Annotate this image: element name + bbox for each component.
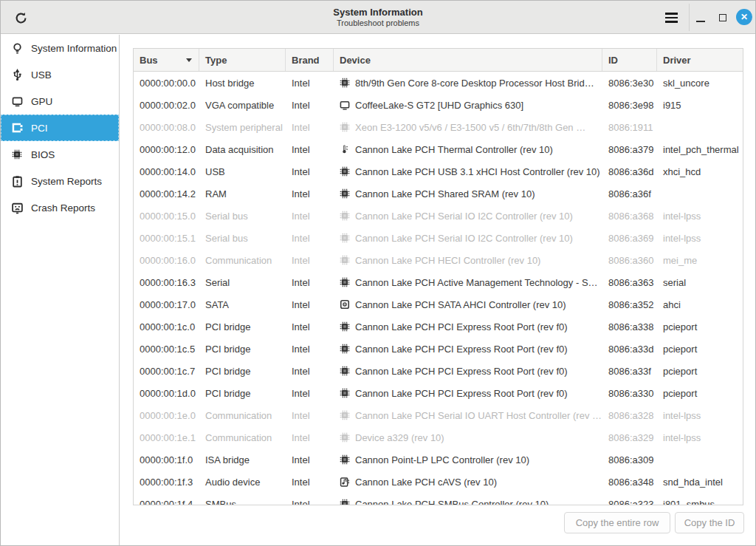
sidebar-item-label: BIOS [31,149,55,160]
cell-driver: ahci [657,299,743,310]
copy-entire-row-button[interactable]: Copy the entire row [564,512,670,533]
sidebar-item-pci[interactable]: PCI [1,115,119,141]
cell-bus: 0000:00:15.0 [134,211,199,222]
cell-driver: intel-lpss [657,233,743,244]
table-row[interactable]: 0000:00:00.0Host bridgeIntel8th/9th Gen … [134,72,743,94]
close-button[interactable]: ✕ [736,9,752,25]
cell-type: Serial bus [199,233,286,244]
chip-icon [340,255,350,265]
column-header-bus[interactable]: Bus [134,49,199,71]
column-header-device[interactable]: Device [334,49,602,71]
cell-device: Cannon Lake PCH Serial IO UART Host Cont… [334,410,602,421]
sidebar-item-usb[interactable]: USB [1,61,119,88]
cell-bus: 0000:00:12.0 [134,144,199,155]
table-row[interactable]: 0000:00:1f.4SMBusIntelCannon Lake PCH SM… [134,493,743,505]
maximize-button[interactable] [716,7,731,28]
device-name: Cannon Lake PCH HECI Controller (rev 10) [355,255,540,266]
cell-driver: snd_hda_intel [657,477,743,488]
cell-device: Cannon Lake PCH PCI Express Root Port (r… [334,344,602,355]
cell-brand: Intel [286,122,334,133]
device-name: Cannon Point-LP LPC Controller (rev 10) [355,454,529,465]
copy-id-button[interactable]: Copy the ID [675,512,744,533]
sidebar-item-gpu[interactable]: GPU [1,88,119,115]
sidebar-item-system-information[interactable]: System Information [1,35,119,61]
cell-id: 8086:1911 [602,122,657,133]
column-header-brand[interactable]: Brand [286,49,334,71]
sidebar-item-label: PCI [31,123,48,134]
cell-bus: 0000:00:1e.1 [134,432,199,443]
chip-icon [340,211,350,221]
cell-id: 8086:a36f [602,188,657,199]
cell-type: PCI bridge [199,366,286,377]
table-row[interactable]: 0000:00:1c.0PCI bridgeIntelCannon Lake P… [134,315,743,338]
refresh-button[interactable] [10,7,31,28]
table-row[interactable]: 0000:00:02.0VGA compatibleIntelCoffeeLak… [134,94,743,116]
cell-type: Audio device [199,477,286,488]
cell-device: Cannon Lake PCH PCI Express Root Port (r… [334,321,602,332]
maximize-icon [719,14,726,21]
table-row[interactable]: 0000:00:1c.5PCI bridgeIntelCannon Lake P… [134,338,743,360]
sidebar-item-label: GPU [31,96,52,107]
cell-device: Cannon Lake PCH cAVS (rev 10) [334,477,602,488]
table-row[interactable]: 0000:00:15.1Serial busIntelCannon Lake P… [134,227,743,249]
table-row[interactable]: 0000:00:16.3SerialIntelCannon Lake PCH A… [134,271,743,293]
cell-bus: 0000:00:1e.0 [134,410,199,421]
minimize-button[interactable] [694,7,709,28]
window-subtitle: Troubleshoot problems [337,18,419,28]
cell-type: Communication [199,410,286,421]
cell-driver: i801_smbus [657,499,743,506]
pci-card-icon [10,121,24,134]
minimize-icon [696,21,705,22]
table-row[interactable]: 0000:00:12.0Data acquisitionIntelCannon … [134,138,743,160]
device-name: 8th/9th Gen Core 8-core Desktop Processo… [355,78,594,89]
cell-device: Cannon Lake PCH SMBus Controller (rev 10… [334,499,602,506]
device-name: Device a329 (rev 10) [355,432,444,443]
sidebar-item-crash-reports[interactable]: Crash Reports [1,194,119,221]
device-name: Xeon E3-1200 v5/v6 / E3-1500 v5 / 6th/7t… [355,122,585,133]
sidebar-item-bios[interactable]: BIOS [1,141,119,168]
table-row[interactable]: 0000:00:1f.3Audio deviceIntelCannon Lake… [134,471,743,493]
table-row[interactable]: 0000:00:14.2RAMIntelCannon Lake PCH Shar… [134,182,743,205]
cell-device: Cannon Lake PCH SATA AHCI Controller (re… [334,299,602,310]
cell-bus: 0000:00:1c.7 [134,366,199,377]
cell-driver: pcieport [657,388,743,399]
cell-driver: pcieport [657,321,743,332]
cell-id: 8086:a379 [602,144,657,155]
column-header-id[interactable]: ID [602,49,657,71]
sidebar-item-label: Crash Reports [31,202,95,214]
cell-bus: 0000:00:15.1 [134,233,199,244]
cell-device: Cannon Lake PCH Shared SRAM (rev 10) [334,188,602,199]
cell-brand: Intel [286,499,334,506]
table-row[interactable]: 0000:00:16.0CommunicationIntelCannon Lak… [134,249,743,271]
table-row[interactable]: 0000:00:14.0USBIntelCannon Lake PCH USB … [134,160,743,182]
cell-id: 8086:3e98 [602,100,657,111]
table-row[interactable]: 0000:00:1f.0ISA bridgeIntelCannon Point-… [134,448,743,471]
device-name: Cannon Lake PCH SMBus Controller (rev 10… [355,499,549,506]
cell-brand: Intel [286,78,334,89]
table-row[interactable]: 0000:00:1c.7PCI bridgeIntelCannon Lake P… [134,360,743,382]
table-row[interactable]: 0000:00:1e.1CommunicationIntelDevice a32… [134,426,743,448]
cell-device: Cannon Lake PCH Thermal Controller (rev … [334,144,602,155]
cell-brand: Intel [286,432,334,443]
system-information-window: { "window": { "title": "System Informati… [0,0,756,546]
cell-device: Device a329 (rev 10) [334,432,602,443]
cell-id: 8086:a363 [602,277,657,288]
cell-brand: Intel [286,477,334,488]
table-row[interactable]: 0000:00:08.0System peripheralIntelXeon E… [134,116,743,138]
cell-id: 8086:a36d [602,166,657,177]
column-header-type[interactable]: Type [199,49,286,71]
table-row[interactable]: 0000:00:17.0SATAIntelCannon Lake PCH SAT… [134,293,743,315]
cell-id: 8086:a348 [602,477,657,488]
sidebar-item-system-reports[interactable]: System Reports [1,168,119,194]
column-header-driver[interactable]: Driver [657,49,743,71]
cell-device: 8th/9th Gen Core 8-core Desktop Processo… [334,78,602,89]
table-row[interactable]: 0000:00:15.0Serial busIntelCannon Lake P… [134,205,743,227]
device-name: Cannon Lake PCH PCI Express Root Port (r… [355,321,568,332]
hamburger-menu-button[interactable] [660,7,682,28]
table-row[interactable]: 0000:00:1d.0PCI bridgeIntelCannon Lake P… [134,382,743,404]
cell-brand: Intel [286,188,334,199]
cell-device: Cannon Lake PCH USB 3.1 xHCI Host Contro… [334,166,602,177]
cell-bus: 0000:00:1c.0 [134,321,199,332]
table-row[interactable]: 0000:00:1e.0CommunicationIntelCannon Lak… [134,404,743,426]
cell-brand: Intel [286,277,334,288]
